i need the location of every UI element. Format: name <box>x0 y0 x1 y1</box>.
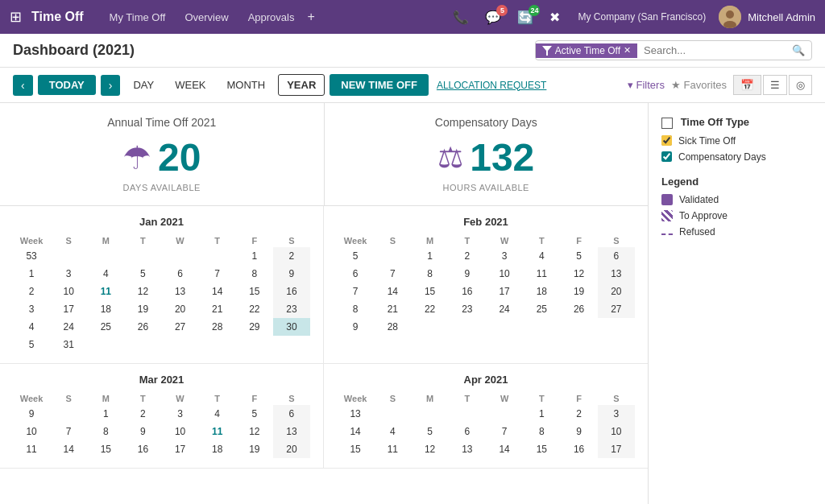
activities-badge: 24 <box>529 5 540 16</box>
calendar-scroll-area[interactable]: Jan 2021 Week S M T W T F S <box>0 206 648 504</box>
nav-approvals[interactable]: Approvals <box>242 8 301 27</box>
today-button[interactable]: TODAY <box>38 75 96 95</box>
table-row: 9 12345 6 <box>13 405 310 423</box>
table-row: 15 11 1213141516 17 <box>337 440 635 458</box>
annual-stat-title: Annual Time Off 2021 <box>13 116 311 129</box>
month-apr-title: Apr 2021 <box>337 374 635 386</box>
phone-icon[interactable]: 📞 <box>448 6 474 28</box>
favorites-button[interactable]: ★ Favorites <box>671 79 727 91</box>
table-row: 4 24 2526272829 30 <box>13 318 310 336</box>
activities-icon[interactable]: 🔄 24 <box>512 6 538 28</box>
time-off-type-section: Time Off Type Sick Time Off Compensatory… <box>661 116 812 163</box>
annual-stat-sub: DAYS AVAILABLE <box>13 183 311 192</box>
main-content: Annual Time Off 2021 ☂ 20 DAYS AVAILABLE… <box>0 103 825 504</box>
wed-header: W <box>162 234 199 247</box>
compensatory-stat-value: 132 <box>470 135 534 180</box>
top-navigation: ⊞ Time Off My Time Off Overview Approval… <box>0 0 825 34</box>
month-jan: Jan 2021 Week S M T W T F S <box>0 206 324 364</box>
legend-refused: Refused <box>661 226 812 238</box>
messages-badge: 5 <box>496 5 508 16</box>
scale-icon: ⚖ <box>437 141 463 175</box>
page-title: Dashboard (2021) <box>13 42 135 59</box>
avatar[interactable] <box>719 6 741 28</box>
type-checkbox-all[interactable] <box>661 118 673 129</box>
week-header: Week <box>13 234 50 247</box>
legend-section: Legend Validated To Approve Refused <box>661 176 812 238</box>
week-num: 53 <box>13 247 50 265</box>
prev-button[interactable]: ‹ <box>13 75 33 96</box>
filter-tag: Active Time Off ✕ <box>536 43 637 58</box>
compensatory-stat-title: Compensatory Days <box>338 116 636 129</box>
sidebar-panel: Time Off Type Sick Time Off Compensatory… <box>648 103 825 504</box>
search-input[interactable] <box>637 41 786 60</box>
compensatory-days-label: Compensatory Days <box>678 151 766 163</box>
sick-time-off-label: Sick Time Off <box>678 135 736 147</box>
new-time-off-button[interactable]: NEW TIME OFF <box>330 74 429 96</box>
app-grid-icon[interactable]: ⊞ <box>10 8 22 26</box>
sick-time-off-checkbox[interactable] <box>661 135 672 146</box>
compensatory-days-item: Compensatory Days <box>661 151 812 163</box>
refused-color <box>661 233 673 235</box>
month-mar-title: Mar 2021 <box>13 374 310 386</box>
filter-tag-close[interactable]: ✕ <box>624 45 631 56</box>
svg-marker-3 <box>542 46 552 56</box>
month-mar: Mar 2021 Week S MTWTF S 9 <box>0 364 324 469</box>
mon-header: M <box>87 234 124 247</box>
view-week-button[interactable]: WEEK <box>167 75 214 95</box>
search-bar: Active Time Off ✕ 🔍 <box>535 40 812 60</box>
fri-header: F <box>236 234 273 247</box>
list-view-button[interactable]: ☰ <box>763 75 787 95</box>
company-label: My Company (San Francisco) <box>578 11 706 23</box>
view-mode-buttons: 📅 ☰ ◎ <box>733 75 812 95</box>
compensatory-days-checkbox[interactable] <box>661 151 672 162</box>
table-row: 7 14 1516171819 20 <box>337 283 635 300</box>
view-day-button[interactable]: DAY <box>125 75 162 95</box>
allocation-request-link[interactable]: ALLOCATION REQUEST <box>437 80 546 91</box>
month-feb-title: Feb 2021 <box>337 216 635 228</box>
messages-icon[interactable]: 💬 5 <box>480 6 506 28</box>
jan-grid: Week S M T W T F S <box>13 234 310 353</box>
avatar-image <box>719 6 741 28</box>
apr-grid: Week S MTWTF S 13 12 3 <box>337 392 635 458</box>
to-approve-color <box>661 210 673 221</box>
legend-to-approve: To Approve <box>661 210 812 221</box>
annual-stat-value: 20 <box>158 135 201 180</box>
table-row: 5 1 2345 6 <box>337 247 635 265</box>
tue-header: T <box>124 234 161 247</box>
feb-grid: Week S MTWTF S 5 1 2345 <box>337 234 635 336</box>
view-month-button[interactable]: MONTH <box>218 75 273 95</box>
filters-button[interactable]: ▾ Filters <box>628 79 665 91</box>
month-jan-title: Jan 2021 <box>13 216 310 228</box>
compensatory-stat-card: Compensatory Days ⚖ 132 HOURS AVAILABLE <box>325 103 649 205</box>
table-row: 5 31 <box>13 336 310 353</box>
table-row: 3 17 1819202122 23 <box>13 300 310 318</box>
calendar-view-button[interactable]: 📅 <box>733 75 761 95</box>
month-feb: Feb 2021 Week S MTWTF S 5 <box>324 206 648 364</box>
validated-color <box>661 194 673 205</box>
table-row: 14 4 56789 10 <box>337 423 635 440</box>
table-row: 53 1 2 <box>13 247 310 265</box>
search-icon[interactable]: 🔍 <box>786 41 811 60</box>
next-button[interactable]: › <box>101 75 121 96</box>
calendar-area: Annual Time Off 2021 ☂ 20 DAYS AVAILABLE… <box>0 103 648 504</box>
toolbar: ‹ TODAY › DAY WEEK MONTH YEAR NEW TIME O… <box>0 68 825 103</box>
pivot-view-button[interactable]: ◎ <box>789 75 812 95</box>
compensatory-stat-sub: HOURS AVAILABLE <box>338 183 636 192</box>
filter-tag-label: Active Time Off <box>555 45 620 56</box>
sun-header: S <box>50 234 87 247</box>
second-navigation: Dashboard (2021) Active Time Off ✕ 🔍 <box>0 34 825 68</box>
nav-overview[interactable]: Overview <box>178 8 234 27</box>
table-row: 1 3 45678 9 <box>13 265 310 283</box>
table-row: 10 7 8910 11 12 13 <box>13 423 310 440</box>
sick-time-off-item: Sick Time Off <box>661 135 812 147</box>
nav-plus-button[interactable]: + <box>307 10 314 24</box>
filter-icon <box>542 46 552 56</box>
settings-icon[interactable]: ✖ <box>545 6 565 28</box>
toolbar-right: ▾ Filters ★ Favorites 📅 ☰ ◎ <box>628 75 812 95</box>
nav-my-time-off[interactable]: My Time Off <box>103 8 172 27</box>
table-row: 2 10 11 12131415 16 <box>13 283 310 300</box>
view-year-button[interactable]: YEAR <box>278 74 325 96</box>
to-approve-label: To Approve <box>679 210 728 221</box>
time-off-type-title: Time Off Type <box>661 116 812 129</box>
table-row: 13 12 3 <box>337 405 635 423</box>
